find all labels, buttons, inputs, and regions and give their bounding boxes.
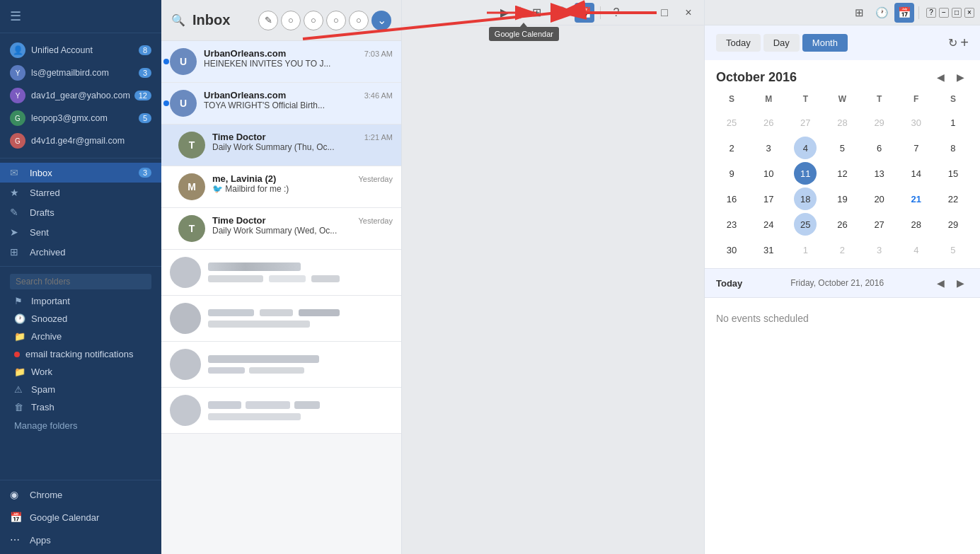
cal-day-20[interactable]: 20 [868,187,891,210]
dropdown-button[interactable]: ⌄ [371,11,391,30]
today-prev-btn[interactable]: ◀ [932,275,949,292]
filter-button-1[interactable]: ○ [281,11,301,30]
cal-day-12[interactable]: 12 [831,162,853,185]
nav-item-drafts[interactable]: ✎ Drafts [0,202,161,222]
folder-item-archive[interactable]: 📁 Archive [0,328,161,345]
nav-item-inbox[interactable]: ✉ Inbox 3 [0,163,161,183]
search-button[interactable]: 🔍 [171,13,185,27]
account-item-leopop[interactable]: G leopop3@gmx.com 5 [0,107,161,129]
cal-day-22[interactable]: 22 [942,187,964,210]
cal-day-1-nov[interactable]: 1 [794,238,817,261]
account-item-d4v1d[interactable]: G d4v1d.ge4r@gmail.com [0,129,161,152]
cal-day-4-nov[interactable]: 4 [905,238,928,261]
cal-close-btn[interactable]: × [964,8,974,18]
cal-day-11[interactable]: 11 [794,162,817,185]
calendar-icon[interactable]: 📅 [575,3,594,23]
cal-day-9[interactable]: 9 [720,162,743,185]
folder-item-spam[interactable]: ⚠ Spam [0,381,161,398]
tab-month[interactable]: Month [802,34,848,52]
search-folders-input[interactable] [10,274,151,289]
cal-day-14[interactable]: 14 [905,162,928,185]
folder-item-work[interactable]: 📁 Work [0,363,161,381]
cal-refresh-btn[interactable]: ↻ [948,36,957,50]
cal-calendar-icon[interactable]: 📅 [894,3,914,23]
cal-minimize-btn[interactable]: − [939,8,949,18]
cal-day-17[interactable]: 17 [757,187,780,210]
cal-day-30[interactable]: 30 [720,238,743,261]
cal-day-31[interactable]: 31 [757,238,780,261]
cal-day-8[interactable]: 8 [942,137,964,159]
cal-day-13[interactable]: 13 [868,162,891,185]
cal-day-29[interactable]: 29 [942,213,964,236]
maximize-icon[interactable]: □ [655,3,674,23]
tab-today[interactable]: Today [716,34,761,52]
filter-button-2[interactable]: ○ [304,11,323,30]
email-item-3[interactable]: M me, Lavinia (2) Yesterday 🐦 Mailbird f… [161,166,401,208]
email-item-0[interactable]: U UrbanOrleans.com 7:03 AM HEINEKEN INVI… [161,41,401,83]
month-next-btn[interactable]: ▶ [952,69,969,86]
clock-icon[interactable]: 🕐 [550,3,570,23]
cal-clock-icon[interactable]: 🕐 [872,3,892,23]
hamburger-icon[interactable]: ☰ [10,8,21,24]
cal-day-21[interactable]: 21 [905,187,928,210]
cal-day-10[interactable]: 10 [757,162,780,185]
email-item-1[interactable]: U UrbanOrleans.com 3:46 AM TOYA WRIGHT'S… [161,83,401,125]
cal-add-btn[interactable]: + [960,35,969,51]
cal-day-7[interactable]: 7 [905,137,928,159]
cal-day-18[interactable]: 18 [794,187,817,210]
nav-item-starred[interactable]: ★ Starred [0,183,161,202]
folder-item-important[interactable]: ⚑ Important [0,292,161,310]
cal-day-28[interactable]: 28 [905,213,928,236]
cal-day-6[interactable]: 6 [868,137,891,159]
cal-day-27-sep[interactable]: 27 [794,111,817,134]
nav-item-sent[interactable]: ➤ Sent [0,222,161,242]
help-icon[interactable]: ? [606,3,626,23]
folder-item-trash[interactable]: 🗑 Trash [0,398,161,416]
email-item-2[interactable]: T Time Doctor 1:21 AM Daily Work Summary… [161,125,401,166]
nav-item-archived[interactable]: ⊞ Archived [0,242,161,262]
bottom-item-google-calendar[interactable]: 📅 Google Calendar [0,506,161,529]
account-item-dav1d[interactable]: Y dav1d_gear@yahoo.com 12 [0,84,161,107]
cal-grid-icon[interactable]: ⊞ [849,3,869,23]
filter-button-4[interactable]: ○ [349,11,369,30]
expand-icon[interactable]: ▶ [495,3,514,23]
today-next-btn[interactable]: ▶ [952,275,969,292]
grid-icon[interactable]: ⊞ [526,3,546,23]
cal-day-30-sep[interactable]: 30 [905,111,928,134]
account-item-unified[interactable]: 👤 Unified Account 8 [0,39,161,62]
cal-maximize-btn[interactable]: □ [952,8,962,18]
cal-day-28-sep[interactable]: 28 [831,111,853,134]
cal-day-26[interactable]: 26 [831,213,853,236]
cal-day-4[interactable]: 4 [794,137,817,159]
minimize-icon[interactable]: − [630,3,650,23]
cal-day-2[interactable]: 2 [720,137,743,159]
cal-day-19[interactable]: 19 [831,187,853,210]
cal-day-25[interactable]: 25 [794,213,817,236]
cal-day-26-sep[interactable]: 26 [757,111,780,134]
filter-button-3[interactable]: ○ [326,11,346,30]
folder-item-email-tracking[interactable]: email tracking notifications [0,345,161,363]
cal-day-16[interactable]: 16 [720,187,743,210]
cal-day-3-nov[interactable]: 3 [868,238,891,261]
month-prev-btn[interactable]: ◀ [932,69,949,86]
cal-day-29-sep[interactable]: 29 [868,111,891,134]
cal-help-btn[interactable]: ? [926,8,936,18]
email-item-4[interactable]: T Time Doctor Yesterday Daily Work Summa… [161,208,401,250]
bottom-item-apps[interactable]: ⋯ Apps [0,529,161,551]
cal-day-24[interactable]: 24 [757,213,780,236]
cal-day-27[interactable]: 27 [868,213,891,236]
close-icon[interactable]: × [679,3,698,23]
cal-day-2-nov[interactable]: 2 [831,238,853,261]
cal-day-1[interactable]: 1 [942,111,964,134]
cal-day-5-nov[interactable]: 5 [942,238,964,261]
folder-item-snoozed[interactable]: 🕐 Snoozed [0,310,161,328]
cal-day-5[interactable]: 5 [831,137,853,159]
tab-day[interactable]: Day [763,34,800,52]
account-item-ls[interactable]: Y ls@getmailbird.com 3 [0,62,161,84]
cal-day-25-sep[interactable]: 25 [720,111,743,134]
cal-day-3[interactable]: 3 [757,137,780,159]
manage-folders-link[interactable]: Manage folders [0,416,161,435]
bottom-item-chrome[interactable]: ◉ Chrome [0,483,161,506]
cal-day-23[interactable]: 23 [720,213,743,236]
compose-button[interactable]: ✎ [258,11,278,30]
